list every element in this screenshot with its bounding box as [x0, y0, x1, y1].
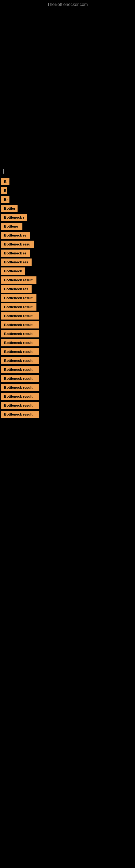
bottleneck-bar: Bottleneck result [1, 312, 39, 319]
list-item: Bottleneck result [0, 411, 135, 418]
list-item: Bottleneck res [0, 285, 135, 293]
list-item: B→ [0, 178, 135, 185]
bottleneck-bar: Bottleneck result [1, 348, 39, 355]
bottleneck-bar: Bottleneck result [1, 321, 39, 329]
bottleneck-bar: Bottleneck result [1, 393, 39, 400]
list-item: Bottleneck resu [0, 241, 135, 248]
bottleneck-bar: B→ [1, 178, 9, 185]
list-item: Bottleneck result [0, 312, 135, 319]
site-title: TheBottlenecker.com [0, 0, 135, 8]
list-item: Bottleneck result [0, 294, 135, 302]
list-item: E [0, 187, 135, 194]
section-label: | [0, 165, 135, 175]
bottleneck-bar: Bottleneck res [1, 258, 32, 266]
bottleneck-bar: Bottleneck [1, 268, 25, 275]
bottleneck-bar: Bottleneck resu [1, 241, 34, 248]
bottleneck-bar: Bottleneck result [1, 411, 39, 418]
bottleneck-bar: B← [1, 196, 9, 203]
items-container: B→EB←BottlerBottleneck rBottleneBottlene… [0, 175, 135, 421]
bottleneck-bar: Bottleneck result [1, 330, 39, 337]
list-item: Bottleneck result [0, 357, 135, 364]
list-item: Bottleneck result [0, 339, 135, 346]
list-item: Bottleneck r [0, 214, 135, 221]
list-item: Bottleneck [0, 268, 135, 275]
list-item: Bottleneck result [0, 375, 135, 382]
bottleneck-bar: Bottleneck res [1, 285, 32, 293]
bottleneck-bar: Bottleneck result [1, 366, 39, 373]
bottleneck-bar: Bottleneck result [1, 402, 39, 409]
chart-area [0, 8, 135, 165]
bottleneck-bar: E [1, 187, 7, 194]
list-item: Bottleneck re [0, 250, 135, 257]
list-item: Bottleneck result [0, 330, 135, 337]
list-item: Bottleneck result [0, 402, 135, 409]
list-item: Bottleneck re [0, 231, 135, 239]
list-item: Bottleneck result [0, 348, 135, 355]
bottleneck-bar: Bottleneck result [1, 339, 39, 346]
list-item: Bottler [0, 205, 135, 212]
list-item: Bottleneck result [0, 384, 135, 391]
bottleneck-bar: Bottleneck result [1, 357, 39, 364]
list-item: Bottlene [0, 223, 135, 230]
list-item: Bottleneck result [0, 303, 135, 311]
bottleneck-bar: Bottleneck result [1, 276, 37, 284]
bottleneck-bar: Bottleneck result [1, 303, 37, 311]
bottleneck-bar: Bottleneck re [1, 250, 30, 257]
list-item: B← [0, 196, 135, 203]
list-item: Bottleneck res [0, 258, 135, 266]
list-item: Bottleneck result [0, 393, 135, 400]
list-item: Bottleneck result [0, 276, 135, 284]
bottleneck-bar: Bottleneck re [1, 231, 30, 239]
list-item: Bottleneck result [0, 366, 135, 373]
bottleneck-bar: Bottleneck r [1, 214, 27, 221]
bottleneck-bar: Bottleneck result [1, 375, 39, 382]
bottleneck-bar: Bottler [1, 205, 17, 212]
bottleneck-bar: Bottleneck result [1, 294, 37, 302]
list-item: Bottleneck result [0, 321, 135, 329]
bottleneck-bar: Bottleneck result [1, 384, 39, 391]
bottleneck-bar: Bottlene [1, 223, 22, 230]
